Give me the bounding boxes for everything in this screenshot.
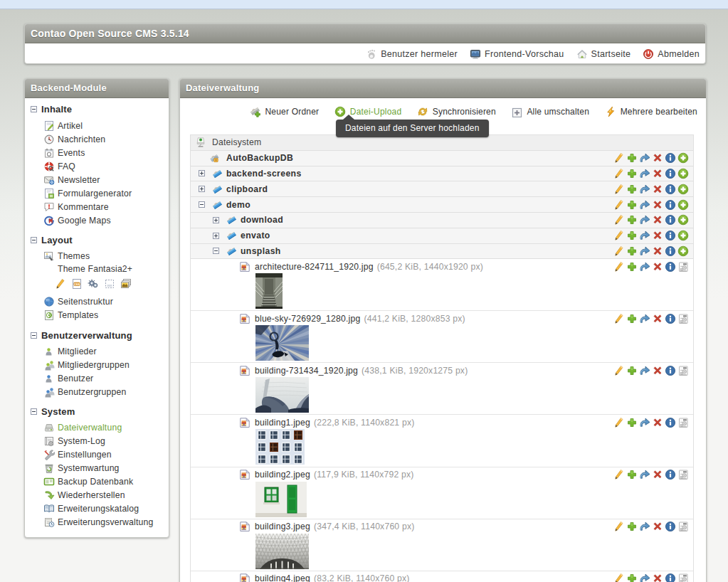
svg-text:CSS: CSS [74, 283, 80, 286]
